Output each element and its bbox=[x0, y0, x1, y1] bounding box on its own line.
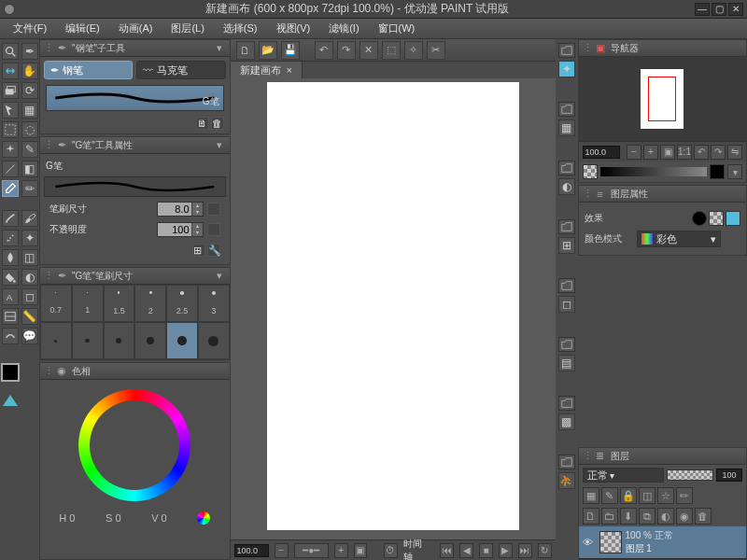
dock-folder-icon[interactable] bbox=[558, 161, 575, 175]
swatch-black[interactable] bbox=[710, 164, 725, 179]
zoom-in-icon[interactable]: + bbox=[334, 543, 348, 558]
transform-icon[interactable]: ⬚ bbox=[382, 41, 401, 60]
loop-icon[interactable]: ↻ bbox=[538, 543, 552, 558]
swatch-menu-icon[interactable]: ▾ bbox=[727, 164, 742, 179]
menu-window[interactable]: 窗口(W) bbox=[369, 21, 425, 35]
brushsize-cell[interactable]: 2 bbox=[134, 285, 166, 322]
tool-zoom[interactable] bbox=[2, 43, 19, 60]
stroke-preview[interactable]: G笔 bbox=[46, 85, 224, 111]
blendmode-select[interactable]: 正常 ▾ bbox=[583, 468, 664, 483]
brushsize-cell[interactable]: 1 bbox=[72, 285, 104, 322]
brushsize-cell[interactable] bbox=[198, 322, 230, 359]
play-stop-icon[interactable]: ■ bbox=[479, 543, 493, 558]
tool-airbrush[interactable] bbox=[2, 230, 19, 246]
open-icon[interactable]: 📂 bbox=[259, 41, 277, 60]
play-back-icon[interactable]: ◀ bbox=[459, 543, 473, 558]
rainbow-icon[interactable] bbox=[197, 511, 210, 525]
opacity-input[interactable]: 100▴▾ bbox=[157, 222, 204, 237]
menu-animation[interactable]: 动画(A) bbox=[109, 21, 162, 35]
transparent-color[interactable] bbox=[3, 395, 18, 406]
pattern-icon[interactable]: ⊞ bbox=[558, 237, 575, 254]
layer-opacity-value[interactable]: 100 bbox=[716, 469, 742, 482]
tool-quickmask[interactable]: ◧ bbox=[21, 161, 38, 177]
new-folder-icon[interactable]: 🗀 bbox=[601, 508, 618, 525]
menu-edit[interactable]: 编辑(E) bbox=[56, 21, 109, 35]
tab-close-icon[interactable]: × bbox=[287, 64, 292, 76]
ref-icon[interactable]: ☆ bbox=[657, 487, 674, 504]
subtool-add-icon[interactable]: 🗎 bbox=[196, 117, 209, 130]
color-wheel[interactable] bbox=[40, 380, 230, 511]
dock-folder-icon[interactable] bbox=[558, 43, 575, 58]
zoom-value[interactable]: 100.0 bbox=[234, 544, 269, 557]
canvas[interactable] bbox=[267, 82, 519, 530]
lock-pixel-icon[interactable]: ✎ bbox=[601, 487, 618, 504]
tool-object[interactable]: ▦ bbox=[21, 102, 38, 119]
step-up-icon[interactable]: ▴ bbox=[191, 203, 203, 209]
apply-mask-icon[interactable]: ◉ bbox=[676, 508, 693, 525]
panel-menu-icon[interactable]: ▾ bbox=[213, 139, 226, 152]
material-icon[interactable]: ▦ bbox=[558, 119, 575, 136]
tool-ruler[interactable]: 📏 bbox=[21, 308, 38, 325]
document-tab[interactable]: 新建画布 × bbox=[231, 62, 303, 78]
tool-lasso[interactable]: ◌ bbox=[21, 121, 38, 138]
brushsize-cell[interactable]: 2.5 bbox=[166, 285, 198, 322]
dock-folder-icon[interactable] bbox=[558, 278, 575, 293]
maximize-button[interactable]: ▢ bbox=[712, 3, 726, 16]
menu-filter[interactable]: 滤镜(I) bbox=[319, 21, 368, 35]
tone-slider[interactable] bbox=[600, 167, 707, 176]
gradient-icon[interactable]: ▤ bbox=[558, 355, 575, 371]
lock-alpha-icon[interactable]: ▦ bbox=[583, 487, 599, 504]
tool-frame[interactable] bbox=[2, 308, 19, 325]
effect-border-icon[interactable] bbox=[692, 211, 707, 226]
menu-select[interactable]: 选择(S) bbox=[214, 21, 267, 35]
subtool-tab-pen[interactable]: ✒钢笔 bbox=[44, 61, 133, 79]
brushsize-cell[interactable] bbox=[72, 322, 104, 359]
dock-folder-icon[interactable] bbox=[558, 219, 575, 234]
nav-zoom-in-icon[interactable]: + bbox=[643, 145, 658, 160]
tool-deco[interactable]: ✦ bbox=[21, 230, 38, 246]
opacity-opts-icon[interactable] bbox=[207, 223, 220, 236]
param-icon[interactable]: ⊞ bbox=[192, 244, 205, 257]
tool-balloon[interactable]: 💬 bbox=[21, 328, 38, 344]
snap-icon[interactable]: ✧ bbox=[404, 41, 423, 60]
foreground-color[interactable] bbox=[1, 363, 20, 382]
tool-rotate[interactable]: ⟳ bbox=[21, 82, 38, 99]
tool-brush[interactable] bbox=[2, 210, 19, 227]
panel-menu-icon[interactable]: ▾ bbox=[213, 42, 226, 55]
mask-icon[interactable]: ◐ bbox=[657, 508, 674, 525]
nav-zoom-out-icon[interactable]: − bbox=[627, 145, 641, 160]
dock-folder-icon[interactable] bbox=[558, 455, 575, 469]
geometry-icon[interactable]: ◻ bbox=[558, 296, 575, 313]
step-down-icon[interactable]: ▾ bbox=[191, 230, 203, 236]
redo-icon[interactable]: ↷ bbox=[337, 41, 356, 60]
swatch-transparent[interactable] bbox=[583, 164, 598, 179]
menu-file[interactable]: 文件(F) bbox=[4, 21, 56, 35]
brushsize-cell[interactable] bbox=[40, 322, 72, 359]
combine-icon[interactable]: ⧉ bbox=[639, 508, 655, 525]
nav-rotate-r-icon[interactable]: ↷ bbox=[711, 145, 726, 160]
navigator-view[interactable] bbox=[579, 57, 746, 141]
subtool-del-icon[interactable]: 🗑 bbox=[211, 117, 224, 130]
tool-text[interactable]: A bbox=[2, 288, 19, 305]
tool-hand[interactable]: ✋ bbox=[21, 63, 38, 79]
brushsize-cell[interactable]: 0.7 bbox=[40, 285, 72, 322]
dock-folder-icon[interactable] bbox=[558, 396, 575, 411]
undo-icon[interactable]: ↶ bbox=[315, 41, 333, 60]
dock-folder-icon[interactable] bbox=[558, 102, 575, 117]
nav-fit-icon[interactable]: ▣ bbox=[660, 145, 675, 160]
tool-eraser[interactable]: ◫ bbox=[21, 249, 38, 266]
tool-operation[interactable] bbox=[2, 82, 19, 99]
minimize-button[interactable]: — bbox=[695, 3, 710, 16]
tool-fill[interactable] bbox=[2, 269, 19, 286]
quick-access-icon[interactable]: ✦ bbox=[558, 61, 575, 77]
tool-eyedropper[interactable] bbox=[2, 180, 19, 197]
fit-icon[interactable]: ▣ bbox=[354, 543, 368, 558]
layer-item[interactable]: 👁 100 % 正常 图层 1 bbox=[579, 526, 746, 559]
tool-layermove[interactable] bbox=[2, 102, 19, 119]
tone-icon[interactable]: ◐ bbox=[558, 178, 575, 195]
brushsize-cell[interactable] bbox=[166, 322, 198, 359]
merge-icon[interactable]: ⬇ bbox=[620, 508, 637, 525]
tool-paint[interactable]: 🖌 bbox=[21, 210, 38, 227]
new-layer-icon[interactable]: 🗋 bbox=[583, 508, 599, 525]
tool-pen-icon[interactable]: ✒ bbox=[21, 43, 38, 60]
